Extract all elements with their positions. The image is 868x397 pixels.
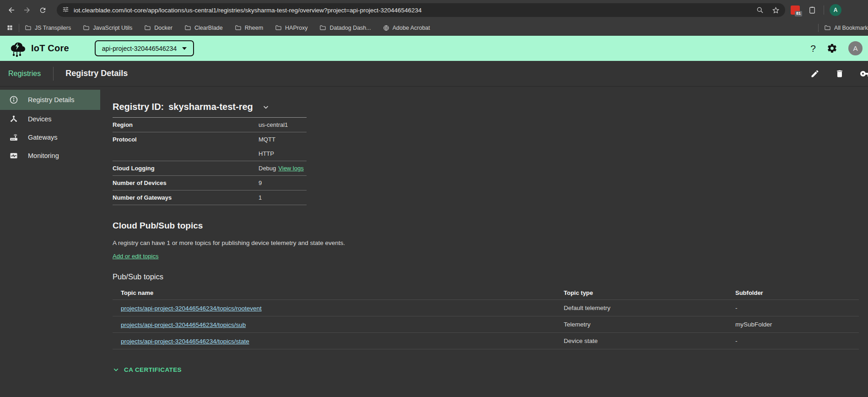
iot-core-logo-icon xyxy=(7,39,27,58)
app-header: IoT Core api-project-320446546234 ? A xyxy=(0,36,868,61)
chrome-divider xyxy=(824,5,824,15)
bookmark-label: Docker xyxy=(154,25,173,31)
column-header-subfolder: Subfolder xyxy=(735,289,859,296)
registry-id-value: skysharma-test-reg xyxy=(168,102,253,112)
sidebar-item-gateways[interactable]: Gateways xyxy=(0,128,100,147)
registry-id-heading: Registry ID: skysharma-test-reg xyxy=(113,102,868,112)
table-row: projects/api-project-320446546234/topics… xyxy=(113,300,859,316)
folder-icon xyxy=(184,24,191,31)
edit-pencil-icon[interactable] xyxy=(810,69,819,78)
folder-icon xyxy=(235,24,242,31)
chevron-down-icon[interactable] xyxy=(262,103,270,111)
extensions-icon[interactable] xyxy=(808,6,816,14)
pubsub-description: A registry can have 1 or more topics for… xyxy=(113,239,868,246)
bookmark-docker[interactable]: Docker xyxy=(144,24,173,31)
detail-label: Number of Devices xyxy=(113,178,259,188)
view-logs-link[interactable]: View logs xyxy=(278,165,303,172)
site-settings-icon[interactable] xyxy=(62,6,69,15)
sidebar-item-devices[interactable]: Devices xyxy=(0,110,100,128)
detail-label: Protocol xyxy=(113,135,259,158)
detail-row-num-gateways: Number of Gateways 1 xyxy=(113,190,307,205)
topic-link[interactable]: projects/api-project-320446546234/topics… xyxy=(121,321,246,328)
gateway-icon xyxy=(9,133,18,142)
project-selector-value: api-project-320446546234 xyxy=(102,45,177,52)
bookmark-star-icon[interactable] xyxy=(772,6,780,14)
bookmark-clearblade[interactable]: ClearBlade xyxy=(184,24,223,31)
forward-icon xyxy=(23,6,31,14)
all-bookmarks-button[interactable]: All Bookmarks xyxy=(824,24,868,31)
sidebar-item-monitoring[interactable]: Monitoring xyxy=(0,147,100,165)
ca-certificates-label: CA CERTIFICATES xyxy=(124,366,182,373)
sidebar-item-label: Devices xyxy=(28,115,52,123)
topic-type-cell: Default telemetry xyxy=(564,305,735,311)
address-bar[interactable]: iot.clearblade.com/iot-core/app/location… xyxy=(57,3,785,17)
detail-value: 9 xyxy=(259,178,262,188)
ca-certificates-toggle[interactable]: CA CERTIFICATES xyxy=(113,366,868,373)
all-bookmarks-label: All Bookmarks xyxy=(834,25,868,31)
column-header-topic-type: Topic type xyxy=(564,289,735,296)
folder-icon xyxy=(83,24,90,31)
pubsub-topics-table: Topic name Topic type Subfolder projects… xyxy=(113,286,859,349)
bookmarks-bar: JS Transpilers JavaScript Utils Docker C… xyxy=(0,20,868,36)
detail-value: us-central1 xyxy=(259,120,288,130)
devices-icon xyxy=(9,114,18,124)
monitoring-icon xyxy=(9,151,18,160)
zoom-icon[interactable] xyxy=(756,6,764,14)
sidebar-item-label: Monitoring xyxy=(28,152,59,159)
detail-label: Cloud Logging xyxy=(113,163,259,173)
folder-icon xyxy=(25,24,32,31)
page-title: Registry Details xyxy=(65,69,128,78)
apps-grid-icon[interactable] xyxy=(6,24,13,31)
add-or-edit-topics-link[interactable]: Add or edit topics xyxy=(113,253,158,260)
detail-label: Number of Gateways xyxy=(113,193,259,202)
user-avatar[interactable]: A xyxy=(848,41,863,55)
bookmark-haproxy[interactable]: HAProxy xyxy=(275,24,307,31)
detail-label: Region xyxy=(113,120,259,130)
toolbar-divider xyxy=(53,67,54,81)
bookmark-label: JavaScript Utils xyxy=(93,25,132,31)
browser-profile-avatar[interactable]: A xyxy=(830,4,841,16)
bookmark-rheem[interactable]: Rheem xyxy=(235,24,263,31)
pubsub-table-heading: Pub/Sub topics xyxy=(113,272,868,281)
bookmark-adobe-acrobat[interactable]: Adobe Acrobat xyxy=(383,25,430,31)
info-icon xyxy=(9,95,18,104)
topic-link[interactable]: projects/api-project-320446546234/topics… xyxy=(121,305,262,312)
forward-button[interactable] xyxy=(19,2,35,18)
url-text[interactable]: iot.clearblade.com/iot-core/app/location… xyxy=(74,7,748,14)
bookmarks-divider xyxy=(19,24,19,32)
reload-button[interactable] xyxy=(35,2,50,18)
browser-chrome: iot.clearblade.com/iot-core/app/location… xyxy=(0,0,868,20)
reload-icon xyxy=(39,6,47,14)
extension-badge: 81 xyxy=(795,11,802,16)
folder-icon xyxy=(824,24,831,31)
topic-type-cell: Device state xyxy=(564,337,735,344)
column-header-topic-name: Topic name xyxy=(113,289,564,296)
table-row: projects/api-project-320446546234/topics… xyxy=(113,333,859,349)
sidebar: Registry Details Devices Gateways Monito… xyxy=(0,87,100,397)
bookmark-datadog[interactable]: Datadog Dash... xyxy=(319,24,371,31)
project-selector-dropdown[interactable]: api-project-320446546234 xyxy=(95,40,194,56)
detail-row-num-devices: Number of Devices 9 xyxy=(113,176,307,190)
calendar-extension-icon[interactable]: 81 xyxy=(791,5,800,15)
app-title: IoT Core xyxy=(31,43,69,54)
settings-gear-icon[interactable] xyxy=(827,43,837,54)
help-button[interactable]: ? xyxy=(810,43,816,54)
content-area: Registry Details Devices Gateways Monito… xyxy=(0,87,868,397)
key-icon[interactable] xyxy=(860,68,868,79)
page-toolbar: Registries Registry Details xyxy=(0,61,868,87)
detail-value: DebugView logs xyxy=(259,163,304,173)
bookmark-js-transpilers[interactable]: JS Transpilers xyxy=(25,24,71,31)
delete-trash-icon[interactable] xyxy=(835,69,844,78)
subfolder-cell: - xyxy=(735,337,859,344)
back-button[interactable] xyxy=(4,2,19,18)
folder-icon xyxy=(275,24,282,31)
subfolder-cell: mySubFolder xyxy=(735,321,859,328)
folder-icon xyxy=(319,24,326,31)
topic-link[interactable]: projects/api-project-320446546234/topics… xyxy=(121,338,249,345)
breadcrumb-registries[interactable]: Registries xyxy=(8,70,41,78)
subfolder-cell: - xyxy=(735,305,859,311)
sidebar-item-registry-details[interactable]: Registry Details xyxy=(0,90,100,110)
bookmark-javascript-utils[interactable]: JavaScript Utils xyxy=(83,24,132,31)
topic-type-cell: Telemetry xyxy=(564,321,735,328)
folder-icon xyxy=(144,24,151,31)
